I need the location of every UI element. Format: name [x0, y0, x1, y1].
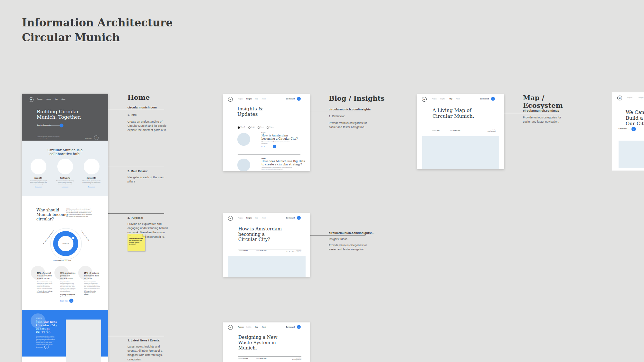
- arrow-button[interactable]: →: [69, 299, 73, 303]
- annotation-insights-detail-url: circularmunich.com/insights/...: [329, 231, 374, 235]
- join-community-link[interactable]: Join the Community: [37, 125, 51, 126]
- nav-about[interactable]: About: [456, 98, 460, 100]
- nav-insights[interactable]: Insights: [46, 98, 51, 100]
- nav-about[interactable]: About: [62, 98, 65, 100]
- article-tag: Insights: [261, 132, 266, 134]
- annotation-label: 2. Main Pillars:: [128, 170, 148, 173]
- scroll-down-button[interactable]: ↓: [94, 135, 99, 140]
- artboard-insights-list[interactable]: M Purpose Insights Map About Get Involve…: [223, 94, 310, 171]
- annotation-label: 3. Purpose:: [128, 216, 143, 219]
- logo-icon[interactable]: M: [228, 216, 233, 221]
- logo-letter: M: [230, 218, 231, 219]
- event-text: Join our guest speaker Dina Padalkina (f…: [36, 336, 57, 345]
- article-title-line2: becoming a Circular City?: [261, 137, 298, 141]
- arrow-button[interactable]: →: [44, 345, 49, 349]
- learn-more-link[interactable]: Learn more: [82, 186, 101, 188]
- filter-radio-events[interactable]: [258, 126, 260, 129]
- arrow-icon: →: [298, 98, 300, 100]
- nav-purpose[interactable]: Purpose: [432, 98, 437, 100]
- learn-more-link[interactable]: Learn more: [56, 186, 74, 188]
- arrow-icon: →: [298, 217, 300, 219]
- meta-date: Date: 16. Dec 2020: [450, 130, 460, 131]
- article-thumbnail: [237, 159, 250, 171]
- stat-text: Overuse and exploitation threatens the e…: [84, 281, 100, 289]
- filter-label[interactable]: Insights: [251, 126, 255, 128]
- nav-purpose[interactable]: Purpose: [238, 217, 243, 219]
- article-title[interactable]: How is Amsterdam becoming a Circular Cit…: [261, 134, 298, 140]
- read-more-link[interactable]: Read more: [261, 146, 268, 148]
- hub-heading: Circular Munich is a collaborative hub:: [22, 148, 108, 156]
- event-heading-line3: Meetup:: [36, 327, 57, 330]
- filter-radio-projects[interactable]: [267, 126, 269, 129]
- filter-radio-insights[interactable]: [248, 126, 251, 129]
- arrow-button[interactable]: →: [297, 216, 301, 220]
- logo-icon[interactable]: M: [617, 96, 622, 100]
- stat-resources: 75% of natural resources tied in cities.…: [84, 272, 100, 295]
- artboard-map[interactable]: M Purpose Insights Map About Get Involve…: [417, 94, 504, 169]
- get-involved-link[interactable]: Get Involved: [286, 217, 295, 219]
- article-heading-line1: Designing a New: [238, 335, 277, 340]
- meta-author: posted by Bas Wegenmanns: [279, 357, 301, 361]
- learn-more-link[interactable]: Learn more: [29, 186, 48, 188]
- home-why-section: Why should Munich become circular? 1.5 M…: [22, 196, 108, 310]
- arrow-button[interactable]: →: [631, 127, 636, 131]
- nav-insights[interactable]: Insights: [639, 97, 644, 98]
- learn-more-link[interactable]: Learn more: [60, 300, 68, 302]
- get-involved-link[interactable]: Get Involved: [480, 98, 489, 100]
- get-involved-link[interactable]: Get Involved: [619, 128, 627, 130]
- map-heading-line2: Circular Munich.: [432, 114, 474, 119]
- logo-icon[interactable]: M: [228, 97, 233, 102]
- logo-icon[interactable]: M: [228, 325, 233, 330]
- learn-more-link[interactable]: Learn more: [36, 346, 43, 348]
- nav-insights[interactable]: Insights: [246, 98, 252, 100]
- arrow-button[interactable]: →: [297, 97, 301, 101]
- filter-radio-view-all[interactable]: [238, 126, 240, 129]
- insights-heading: Insights & Updates: [237, 106, 263, 117]
- logo-icon[interactable]: M: [422, 97, 427, 102]
- connector-line: [108, 167, 164, 167]
- nav-insights[interactable]: Insights: [440, 98, 445, 100]
- arrow-button[interactable]: →: [60, 124, 63, 127]
- get-involved-link[interactable]: Get Involved: [286, 98, 295, 100]
- sticky-note[interactable]: Lino How can we integrate city functions…: [128, 234, 145, 251]
- design-canvas: Information Architecture Circular Munich…: [0, 0, 644, 362]
- nav-about[interactable]: About: [262, 98, 266, 100]
- pillar-events: Events Our events bring together engaged…: [29, 159, 48, 188]
- artboard-we-can[interactable]: M Purpose Insights We Can Build a B Our …: [612, 92, 644, 171]
- nav-insights[interactable]: Insights: [246, 326, 251, 328]
- event-heading-line4: 06.12.20: [36, 330, 57, 334]
- arrow-button[interactable]: →: [491, 97, 495, 101]
- article-teaser: Technology enables us to aggregate data …: [261, 167, 292, 170]
- arrow-button[interactable]: →: [297, 325, 301, 329]
- nav-about[interactable]: About: [262, 326, 266, 328]
- nav-map[interactable]: Map: [55, 98, 58, 100]
- artboard-home[interactable]: M Purpose Insights Map About Building Ci…: [22, 94, 108, 362]
- nav-about[interactable]: About: [262, 217, 266, 219]
- nav-purpose[interactable]: Purpose: [627, 97, 632, 98]
- nav-purpose[interactable]: Purpose: [238, 326, 244, 328]
- meta-category-label: Category:: [238, 250, 243, 251]
- hub-heading-line2: collaborative hub:: [22, 152, 108, 156]
- pillar-circle: [31, 159, 46, 174]
- hero-subtext: A community of citizens, initiatives and…: [37, 136, 63, 139]
- nav-insights[interactable]: Insights: [246, 217, 252, 219]
- nav-map[interactable]: Map: [255, 217, 258, 219]
- nav-map[interactable]: Map: [255, 326, 258, 328]
- filter-label[interactable]: Projects: [270, 126, 274, 128]
- artboard-article-waste[interactable]: M Purpose Insights Map About Get Involve…: [223, 322, 310, 362]
- nav-purpose[interactable]: Purpose: [238, 98, 243, 100]
- article-title[interactable]: How does Munich use Big Data to create a…: [261, 160, 305, 166]
- annotation-label: Insights: Ideas: [329, 237, 347, 241]
- filter-label[interactable]: View all: [241, 126, 245, 128]
- meta-category-value: Map: [437, 130, 440, 131]
- annotation-map-title-line1: Map /: [523, 94, 563, 102]
- logo-icon[interactable]: M: [29, 97, 33, 102]
- arrow-button[interactable]: →: [273, 145, 276, 148]
- pillar-circle: [84, 159, 99, 174]
- nav-map[interactable]: Map: [255, 98, 258, 100]
- nav-map[interactable]: Map: [450, 98, 452, 100]
- filter-label[interactable]: Events: [260, 126, 264, 128]
- artboard-article-amsterdam[interactable]: M Purpose Insights Map About Get Involve…: [223, 213, 310, 277]
- get-involved-link[interactable]: Get Involved: [286, 326, 295, 328]
- nav-purpose[interactable]: Purpose: [37, 98, 43, 100]
